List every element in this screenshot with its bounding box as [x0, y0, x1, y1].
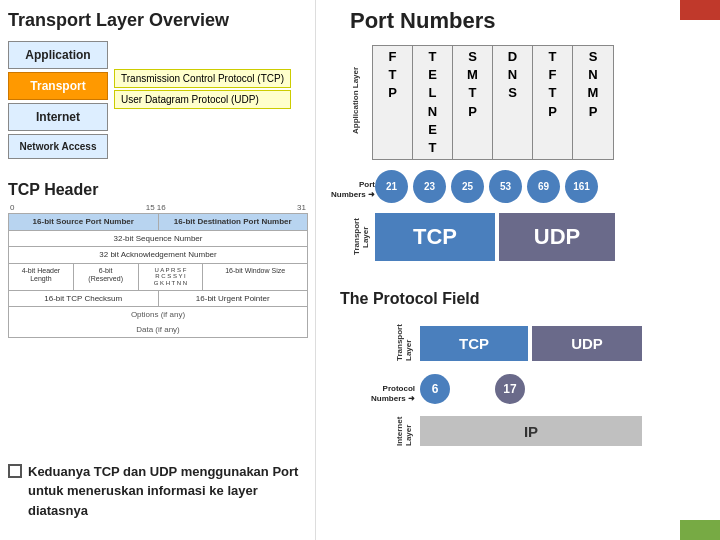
pf-udp-label: UDP: [571, 335, 603, 352]
udp-block: UDP: [499, 213, 615, 261]
divider: [315, 0, 316, 540]
checkbox: [8, 464, 22, 478]
port-161: 161: [565, 170, 598, 203]
corner-accent-bottom-right: [680, 520, 720, 540]
proto-col-telnet: TELNET: [413, 46, 453, 159]
proto-col-smtp: SMTP: [453, 46, 493, 159]
protocol-field-title: The Protocol Field: [340, 290, 710, 308]
tcp-block-label: TCP: [413, 224, 457, 250]
tcp-window: 16-bit Window Size: [203, 264, 307, 290]
tcp-row-4: 4-bit HeaderLength 6-bit(Reserved) U A P…: [9, 264, 307, 291]
port-53: 53: [489, 170, 522, 203]
corner-accent-top-right: [680, 0, 720, 20]
layer-network-access: Network Access: [8, 134, 108, 159]
pf-pn-label: ProtocolNumbers ➜: [340, 384, 415, 403]
port-69: 69: [527, 170, 560, 203]
checkbox-area: Keduanya TCP dan UDP menggunakan Port un…: [8, 462, 318, 521]
transport-layer-vert-label: Transport Layer: [352, 213, 370, 261]
tcp-options: Options (if any): [9, 307, 307, 322]
tcp-label: Transmission Control Protocol (TCP): [114, 69, 291, 88]
left-title: Transport Layer Overview: [8, 10, 302, 31]
protocol-columns: FTP TELNET SMTP DNS TFTP SNMP: [372, 45, 614, 160]
pf-transport-vert: Transport Layer: [395, 326, 413, 361]
pf-tcp-label: TCP: [459, 335, 489, 352]
proto-col-ftp: FTP: [373, 46, 413, 159]
tcp-reserved: 6-bit(Reserved): [74, 264, 139, 290]
tcp-ack: 32 bit Acknowledgement Number: [9, 247, 307, 263]
pf-circle-6: 6: [420, 374, 450, 404]
tcp-header-length: 4-bit HeaderLength: [9, 264, 74, 290]
tcp-dest-port: 16-bit Destination Port Number: [159, 214, 308, 230]
tcp-checksum: 16-bit TCP Checksum: [9, 291, 159, 307]
protocol-labels: Transmission Control Protocol (TCP) User…: [114, 69, 291, 109]
tcp-urgent: 16-bit Urgent Pointer: [159, 291, 308, 307]
left-panel: Transport Layer Overview Application Tra…: [0, 0, 310, 540]
port-numbers-row-label: PortNumbers ➜: [320, 180, 375, 199]
port-diagram: Application Layer FTP TELNET SMTP DNS TF…: [320, 40, 720, 320]
proto-col-dns: DNS: [493, 46, 533, 159]
bottom-text-content: Keduanya TCP dan UDP menggunakan Port un…: [28, 462, 318, 521]
pf-tcp-block: TCP: [420, 326, 530, 361]
pf-ip-label: IP: [524, 423, 538, 440]
pf-circle-17: 17: [495, 374, 525, 404]
right-panel: Port Numbers Application Layer FTP TELNE…: [320, 0, 720, 540]
tcp-data: Data (if any): [9, 322, 307, 337]
pf-udp-block: UDP: [532, 326, 642, 361]
bottom-line2: untuk meneruskan informasi ke layer diat…: [28, 483, 258, 518]
port-23: 23: [413, 170, 446, 203]
port-25: 25: [451, 170, 484, 203]
pf-internet-vert: Internet Layer: [395, 416, 413, 446]
tcp-row-5: 16-bit TCP Checksum 16-bit Urgent Pointe…: [9, 291, 307, 308]
tcp-row-1: 16-bit Source Port Number 16-bit Destina…: [9, 214, 307, 231]
pf-circles-row: 6 17: [420, 374, 525, 404]
app-layer-vert-label: Application Layer: [352, 45, 361, 155]
bottom-text: Keduanya TCP dan UDP menggunakan Port un…: [8, 462, 318, 521]
port-circles-row: 21 23 25 53 69 161: [375, 170, 598, 203]
protocol-field-section: The Protocol Field Transport Layer TCP U…: [340, 290, 710, 476]
tcp-flags: U A P R S FR C S S Y IG K H T N N: [139, 264, 204, 290]
bit-markers: 0 15 16 31: [8, 203, 308, 213]
tcp-source-port: 16-bit Source Port Number: [9, 214, 159, 230]
port-21: 21: [375, 170, 408, 203]
pf-ip-block: IP: [420, 416, 642, 446]
udp-block-label: UDP: [534, 224, 580, 250]
tcp-row-3: 32 bit Acknowledgement Number: [9, 247, 307, 264]
layer-application: Application: [8, 41, 108, 69]
tcp-header-title: TCP Header: [8, 181, 302, 199]
protocol-field-diagram: Transport Layer TCP UDP ProtocolNumbers …: [340, 316, 700, 476]
tcp-seq: 32-bit Sequence Number: [9, 231, 307, 247]
layer-transport: Transport: [8, 72, 108, 100]
proto-col-snmp: SNMP: [573, 46, 613, 159]
tcp-row-2: 32-bit Sequence Number: [9, 231, 307, 248]
bottom-line1: Keduanya TCP dan UDP menggunakan Port: [28, 464, 298, 479]
layers-stack: Application Transport Internet Network A…: [8, 41, 108, 159]
tcp-block: TCP: [375, 213, 497, 261]
port-numbers-title: Port Numbers: [350, 8, 495, 34]
proto-col-tftp: TFTP: [533, 46, 573, 159]
layer-internet: Internet: [8, 103, 108, 131]
udp-label: User Datagram Protocol (UDP): [114, 90, 291, 109]
tcp-header-diagram: 16-bit Source Port Number 16-bit Destina…: [8, 213, 308, 338]
